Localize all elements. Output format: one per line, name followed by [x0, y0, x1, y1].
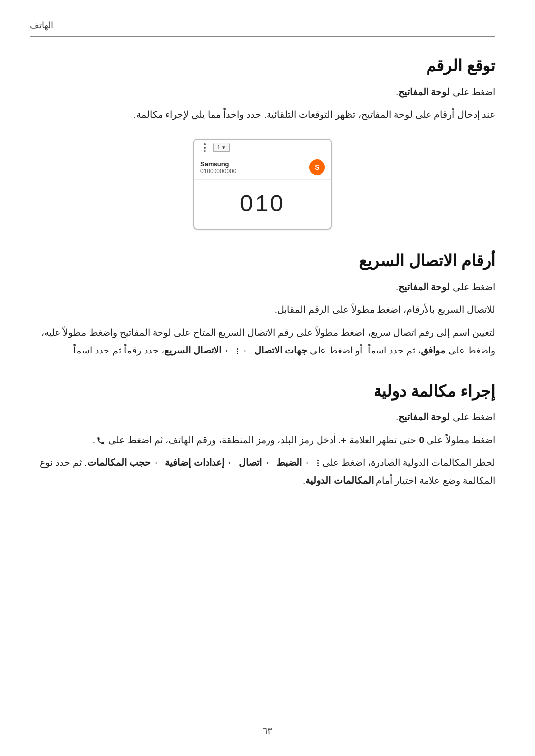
phone-tab: 1 ▾	[213, 143, 230, 152]
nav-label: الهاتف	[30, 20, 53, 31]
section3-para2: اضغط مطولاً على 0 حتى تظهر العلامة +. أد…	[30, 431, 495, 449]
contact-info: Samsung 01000000000	[200, 160, 305, 175]
page-container: الهاتف توقع الرقم اضغط على لوحة المفاتيح…	[0, 0, 535, 756]
section3-title: إجراء مكالمة دولية	[30, 382, 495, 401]
contact-number: 01000000000	[200, 168, 305, 175]
phone-number-display: 010	[194, 179, 331, 229]
tab-number: 1	[217, 145, 220, 150]
phone-contact-area: Samsung 01000000000 S	[194, 155, 331, 179]
call-icon	[96, 436, 105, 445]
section2-para1: اضغط على لوحة المفاتيح.	[30, 278, 495, 296]
section-international-call: إجراء مكالمة دولية اضغط على لوحة المفاتي…	[30, 382, 495, 490]
section-speed-dial: أرقام الاتصال السريع اضغط على لوحة المفا…	[30, 252, 495, 359]
section1-para2: عند إدخال أرقام على لوحة المفاتيح، تظهر …	[30, 106, 495, 124]
phone-tab-row: 1 ▾	[213, 143, 326, 152]
section1-para1: اضغط على لوحة المفاتيح.	[30, 83, 495, 101]
phone-menu-dots-icon	[199, 143, 210, 152]
phone-top-bar: 1 ▾	[194, 140, 331, 155]
phone-mock-wrapper: 1 ▾ Samsung 01000000000 S 010	[30, 139, 495, 230]
section-predict-number: توقع الرقم اضغط على لوحة المفاتيح. عند إ…	[30, 56, 495, 230]
section2-title: أرقام الاتصال السريع	[30, 252, 495, 270]
contact-avatar: S	[309, 159, 325, 175]
tab-down-arrow: ▾	[222, 144, 225, 151]
section2-para2: للاتصال السريع بالأرقام، اضغط مطولاً على…	[30, 301, 495, 319]
page-number: ٦٣	[263, 725, 272, 736]
top-nav: الهاتف	[30, 20, 495, 37]
menu-dots-icon-inline1	[237, 348, 238, 354]
section2-para3: لتعيين اسم إلى رقم اتصال سريع، اضغط مطول…	[30, 324, 495, 359]
section3-para1: اضغط على لوحة المفاتيح.	[30, 408, 495, 426]
phone-mock: 1 ▾ Samsung 01000000000 S 010	[193, 139, 332, 230]
section3-para3: لحظر المكالمات الدولية الصادرة، اضغط على…	[30, 454, 495, 490]
contact-name: Samsung	[200, 160, 305, 168]
menu-dots-icon-inline2	[317, 460, 319, 466]
section1-title: توقع الرقم	[30, 56, 495, 75]
